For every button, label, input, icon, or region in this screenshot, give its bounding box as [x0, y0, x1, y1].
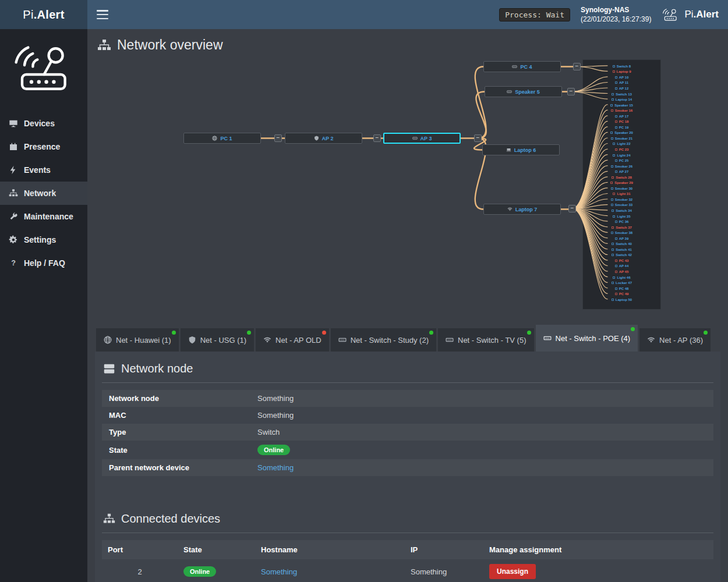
collapse-toggle[interactable]: − — [474, 134, 482, 142]
sidebar-item-events[interactable]: Events — [0, 158, 87, 182]
panel-device-speaker-20[interactable]: Speaker 20 — [583, 130, 660, 136]
tab-net-ap-36[interactable]: Net - AP (36) — [639, 328, 711, 352]
online-badge: Online — [183, 566, 216, 577]
panel-device-pc-36[interactable]: PC 36 — [583, 219, 660, 225]
panel-device-light-31[interactable]: Light 31 — [583, 191, 660, 197]
panel-device-ap-12[interactable]: AP 12 — [583, 86, 660, 91]
panel-device-pc-18[interactable]: PC 18 — [583, 119, 660, 125]
panel-device-pc-49[interactable]: PC 49 — [583, 291, 660, 297]
panel-device-pc-19[interactable]: PC 19 — [583, 125, 660, 130]
panel-device-switch-28[interactable]: Switch 28 — [583, 175, 660, 180]
device-icon — [613, 70, 615, 73]
panel-device-switch-8[interactable]: Switch 8 — [583, 63, 660, 69]
tab-net-switch-poe-4[interactable]: Net - Switch - POE (4) — [536, 325, 638, 352]
diagram-node-laptop-7[interactable]: Laptop 7 — [483, 204, 561, 215]
panel-device-ap-17[interactable]: AP 17 — [583, 113, 660, 119]
panel-device-switch-41[interactable]: Switch 41 — [583, 247, 660, 253]
device-label: Locker 47 — [616, 281, 632, 285]
hamburger-menu-icon[interactable] — [97, 10, 108, 19]
panel-device-smoker-38[interactable]: Smoker 38 — [583, 230, 660, 236]
panel-device-pc-43[interactable]: PC 43 — [583, 258, 660, 264]
panel-device-smoker-30[interactable]: Smoker 30 — [583, 186, 660, 191]
collapse-toggle[interactable]: − — [373, 134, 381, 142]
unassign-button[interactable]: Unassign — [489, 564, 536, 579]
brand-logo[interactable]: Pi.Alert — [0, 0, 87, 29]
panel-device-light-24[interactable]: Light 24 — [583, 152, 660, 158]
diagram-node-pc-4[interactable]: PC 4 — [483, 61, 561, 72]
tab-net-ap-old[interactable]: Net - AP OLD — [256, 328, 329, 352]
panel-device-laptop-9[interactable]: Laptop 9 — [583, 69, 660, 75]
sidebar-item-network[interactable]: Network — [0, 182, 87, 205]
globe-icon — [104, 336, 112, 344]
panel-device-ap-39[interactable]: AP 39 — [583, 236, 660, 242]
panel-device-ap-27[interactable]: AP 27 — [583, 169, 660, 175]
info-value: Online — [250, 441, 713, 459]
panel-device-locker-47[interactable]: Locker 47 — [583, 280, 660, 286]
sidebar-item-help-faq[interactable]: Help / FAQ — [0, 251, 87, 275]
sidebar-item-settings[interactable]: Settings — [0, 228, 87, 251]
diagram-node-speaker-5[interactable]: Speaker 5 — [485, 86, 562, 97]
panel-device-smoker-21[interactable]: Smoker 21 — [583, 136, 660, 141]
node-label: AP 3 — [420, 136, 432, 141]
sidebar-item-maintenance[interactable]: Maintenance — [0, 205, 87, 228]
hostname-link[interactable]: Something — [261, 567, 297, 576]
sidebar-item-devices[interactable]: Devices — [0, 112, 87, 135]
info-label: Network node — [102, 390, 250, 407]
collapse-toggle[interactable]: − — [573, 63, 581, 70]
collapse-toggle[interactable]: − — [274, 134, 282, 142]
device-icon — [612, 98, 614, 101]
device-label: Light 22 — [617, 142, 630, 146]
collapse-toggle[interactable]: − — [568, 205, 576, 212]
node-info-row: Parent network deviceSomething — [102, 459, 713, 476]
tab-net-switch-study-2[interactable]: Net - Switch - Study (2) — [331, 328, 436, 352]
device-icon — [612, 210, 614, 212]
panel-device-smoker-16[interactable]: Smoker 16 — [583, 108, 660, 113]
tab-net-huawei-1[interactable]: Net - Huawei (1) — [96, 328, 179, 352]
panel-device-switch-37[interactable]: Switch 37 — [583, 225, 660, 230]
panel-device-ap-45[interactable]: AP 45 — [583, 269, 660, 275]
panel-device-switch-34[interactable]: Switch 34 — [583, 208, 660, 214]
process-status-badge: Process: Wait — [499, 8, 570, 22]
panel-device-laptop-14[interactable]: Laptop 14 — [583, 97, 660, 102]
panel-device-switch-13[interactable]: Switch 13 — [583, 91, 660, 97]
network-diagram: Switch 8Laptop 9AP 10AP 11AP 12Switch 13… — [96, 56, 719, 321]
network-tab-bar: Net - Huawei (1)Net - USG (1)Net - AP OL… — [96, 325, 719, 352]
collapse-toggle[interactable]: − — [567, 88, 575, 95]
device-icon — [615, 126, 617, 129]
panel-device-smoker-26[interactable]: Smoker 26 — [583, 164, 660, 169]
panel-device-speaker-29[interactable]: Speaker 29 — [583, 180, 660, 186]
diagram-node-laptop-6[interactable]: Laptop 6 — [482, 144, 560, 155]
tab-net-usg-1[interactable]: Net - USG (1) — [181, 328, 254, 352]
tab-label: Net - AP OLD — [275, 336, 321, 345]
tab-label: Net - Switch - POE (4) — [556, 334, 631, 343]
panel-device-speaker-15[interactable]: Speaker 15 — [583, 102, 660, 108]
panel-device-smoker-33[interactable]: Smoker 33 — [583, 203, 660, 208]
panel-device-ap-44[interactable]: AP 44 — [583, 264, 660, 269]
device-label: AP 11 — [619, 81, 628, 84]
node-info-row: TypeSwitch — [102, 424, 713, 441]
sidebar-menu: DevicesPresenceEventsNetworkMaintenanceS… — [0, 112, 87, 275]
device-icon — [613, 154, 615, 157]
panel-device-laptop-50[interactable]: Laptop 50 — [583, 297, 660, 303]
sidebar-item-presence[interactable]: Presence — [0, 135, 87, 158]
status-dot-green — [704, 331, 708, 335]
wrench-icon — [9, 212, 18, 221]
info-value: Switch — [250, 424, 713, 441]
panel-device-smoker-32[interactable]: Smoker 32 — [583, 197, 660, 203]
panel-device-pc-25[interactable]: PC 25 — [583, 158, 660, 164]
panel-device-switch-40[interactable]: Switch 40 — [583, 242, 660, 247]
tab-net-switch-tv-5[interactable]: Net - Switch - TV (5) — [438, 328, 534, 352]
panel-device-light-35[interactable]: Light 35 — [583, 214, 660, 219]
panel-device-switch-42[interactable]: Switch 42 — [583, 253, 660, 258]
panel-device-ap-11[interactable]: AP 11 — [583, 80, 660, 86]
panel-device-light-22[interactable]: Light 22 — [583, 141, 660, 147]
diagram-node-ap-2[interactable]: AP 2 — [285, 133, 362, 144]
panel-device-light-46[interactable]: Light 46 — [583, 275, 660, 281]
panel-device-ap-10[interactable]: AP 10 — [583, 74, 660, 80]
diagram-node-ap-3[interactable]: AP 3 — [383, 133, 461, 144]
panel-device-pc-48[interactable]: PC 48 — [583, 286, 660, 292]
parent-device-link[interactable]: Something — [257, 463, 294, 472]
panel-device-pc-23[interactable]: PC 23 — [583, 147, 660, 152]
diagram-node-pc-1[interactable]: PC 1 — [183, 133, 261, 144]
shield-icon — [314, 136, 319, 141]
